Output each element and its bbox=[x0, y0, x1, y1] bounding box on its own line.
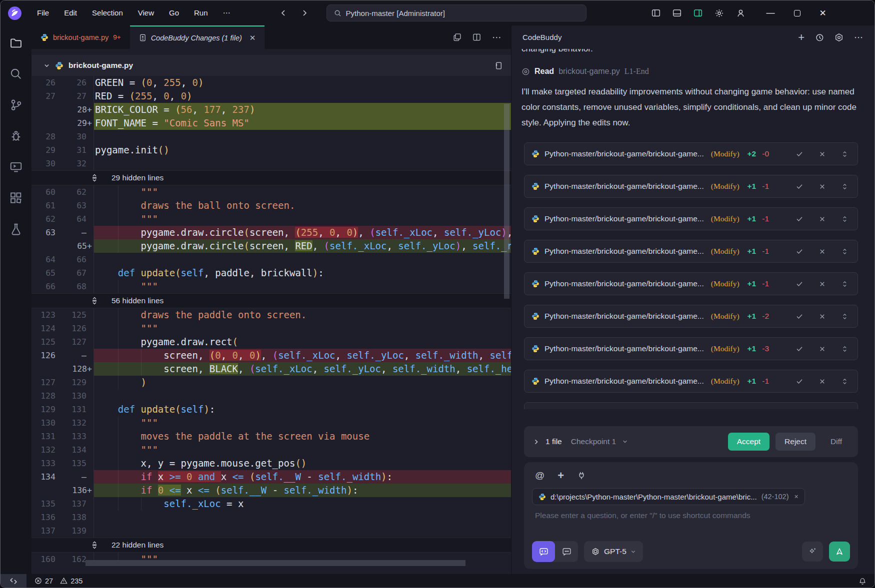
forward-icon[interactable] bbox=[300, 9, 308, 17]
reject-change-icon[interactable] bbox=[818, 345, 826, 353]
expand-collapse-icon[interactable] bbox=[841, 345, 848, 353]
enhance-prompt-button[interactable] bbox=[802, 542, 823, 562]
toggle-sidebar-left-icon[interactable] bbox=[652, 8, 660, 17]
open-changes-icon[interactable] bbox=[453, 33, 462, 41]
accept-change-icon[interactable] bbox=[796, 280, 804, 288]
panel-settings-icon[interactable] bbox=[834, 33, 844, 42]
context-file-chip[interactable]: d:\projects\Python-master\Python-master\… bbox=[532, 488, 805, 505]
modified-file-card[interactable]: Python-master/brickout-game/brickout-gam… bbox=[524, 305, 858, 328]
modified-file-card[interactable]: Python-master/brickout-game/brickout-gam… bbox=[524, 142, 858, 165]
editor-area: brickout-game.py 9+ CodeBuddy Changes (1… bbox=[32, 25, 512, 574]
problems-summary[interactable]: 27 235 bbox=[34, 577, 86, 585]
chat-mode-button[interactable] bbox=[555, 541, 578, 562]
chat-input-box[interactable]: @ + d:\projects\Python-master\Python-mas… bbox=[524, 462, 858, 569]
accept-change-icon[interactable] bbox=[796, 150, 804, 158]
input-placeholder[interactable]: Please enter a question, or enter "/" to… bbox=[532, 511, 850, 520]
mcp-plug-icon[interactable] bbox=[577, 471, 586, 480]
hidden-lines-bar[interactable]: 22 hidden lines bbox=[32, 538, 511, 553]
expand-collapse-icon[interactable] bbox=[841, 183, 848, 190]
reject-change-icon[interactable] bbox=[818, 183, 826, 190]
new-chat-icon[interactable]: + bbox=[798, 31, 804, 44]
reject-change-icon[interactable] bbox=[818, 313, 826, 320]
expand-collapse-icon[interactable] bbox=[841, 150, 848, 158]
reject-change-icon[interactable] bbox=[818, 215, 826, 223]
reject-change-icon[interactable] bbox=[818, 378, 826, 385]
reject-button[interactable]: Reject bbox=[776, 433, 816, 451]
close-window-button[interactable]: ✕ bbox=[820, 8, 826, 18]
extensions-icon[interactable] bbox=[10, 191, 22, 204]
modified-file-card[interactable]: Python-master/brickout-game/brickout-gam… bbox=[524, 240, 858, 263]
account-icon[interactable] bbox=[736, 8, 746, 18]
history-icon[interactable] bbox=[815, 33, 824, 42]
menu-view[interactable]: View bbox=[132, 6, 160, 20]
remote-indicator[interactable] bbox=[0, 574, 26, 588]
menu-file[interactable]: File bbox=[31, 6, 55, 20]
diff-button[interactable]: Diff bbox=[822, 433, 851, 451]
add-context-icon[interactable]: + bbox=[558, 469, 564, 482]
explorer-icon[interactable] bbox=[10, 36, 22, 49]
menu-selection[interactable]: Selection bbox=[86, 6, 129, 20]
open-file-icon[interactable] bbox=[494, 61, 503, 70]
model-selector[interactable]: GPT-5 bbox=[584, 541, 643, 562]
run-debug-icon[interactable] bbox=[10, 129, 22, 142]
accept-change-icon[interactable] bbox=[796, 247, 804, 255]
expand-collapse-icon[interactable] bbox=[841, 280, 848, 288]
accept-change-icon[interactable] bbox=[796, 312, 804, 320]
menu-more-icon[interactable]: ⋯ bbox=[217, 6, 238, 20]
tab-brickout-game[interactable]: brickout-game.py 9+ bbox=[32, 25, 130, 49]
chevron-down-icon[interactable] bbox=[622, 439, 628, 445]
accept-change-icon[interactable] bbox=[796, 182, 804, 190]
modified-file-card[interactable]: Python-master/brickout-game/brickout-gam… bbox=[524, 175, 858, 198]
expand-collapse-icon[interactable] bbox=[841, 215, 848, 223]
editor-vertical-scrollbar[interactable] bbox=[504, 102, 510, 552]
command-search[interactable]: Python-master [Administrator] bbox=[326, 4, 586, 21]
editor-horizontal-scrollbar[interactable] bbox=[32, 560, 511, 566]
menu-edit[interactable]: Edit bbox=[58, 6, 83, 20]
expand-collapse-icon[interactable] bbox=[841, 313, 848, 320]
notifications-bell-icon[interactable] bbox=[858, 577, 866, 585]
toggle-sidebar-right-icon[interactable] bbox=[694, 8, 702, 17]
settings-gear-icon[interactable] bbox=[714, 8, 724, 18]
modified-file-card[interactable]: Python-master/brickout-game/brickout-gam… bbox=[524, 337, 858, 360]
hidden-lines-bar[interactable]: 29 hidden lines bbox=[32, 170, 511, 185]
old-line-number: 30 bbox=[32, 157, 64, 170]
modified-file-card[interactable]: Python-master/brickout-game/brickout-gam… bbox=[524, 272, 858, 295]
more-actions-icon[interactable]: ⋯ bbox=[492, 31, 502, 43]
reject-change-icon[interactable] bbox=[818, 150, 826, 158]
diff-file-header[interactable]: brickout-game.py bbox=[32, 55, 511, 76]
back-icon[interactable] bbox=[280, 9, 288, 17]
menu-go[interactable]: Go bbox=[163, 6, 185, 20]
remote-explorer-icon[interactable] bbox=[10, 160, 22, 173]
search-sidebar-icon[interactable] bbox=[10, 67, 22, 80]
expand-collapse-icon[interactable] bbox=[841, 248, 848, 255]
toggle-panel-bottom-icon[interactable] bbox=[672, 8, 682, 17]
testing-icon[interactable] bbox=[10, 222, 22, 235]
accept-change-icon[interactable] bbox=[796, 345, 804, 353]
modified-file-card[interactable] bbox=[524, 402, 858, 409]
menu-run[interactable]: Run bbox=[188, 6, 214, 20]
accept-change-icon[interactable] bbox=[796, 377, 804, 385]
modified-file-card[interactable]: Python-master/brickout-game/brickout-gam… bbox=[524, 207, 858, 230]
read-action-row[interactable]: Read brickout-game.py L1-End bbox=[522, 67, 858, 76]
expand-collapse-icon[interactable] bbox=[841, 378, 848, 385]
split-editor-icon[interactable] bbox=[472, 33, 481, 41]
chevron-right-icon[interactable] bbox=[533, 439, 540, 445]
modified-file-card[interactable]: Python-master/brickout-game/brickout-gam… bbox=[524, 370, 858, 393]
checkpoint-name[interactable]: Checkpoint 1 bbox=[571, 437, 616, 446]
agent-mode-button[interactable] bbox=[532, 541, 555, 562]
tab-close-icon[interactable]: ✕ bbox=[250, 33, 256, 42]
new-line-number: 138 bbox=[64, 511, 94, 524]
chip-close-icon[interactable]: × bbox=[794, 493, 798, 501]
accept-change-icon[interactable] bbox=[796, 215, 804, 223]
accept-button[interactable]: Accept bbox=[728, 433, 770, 451]
reject-change-icon[interactable] bbox=[818, 280, 826, 288]
panel-more-icon[interactable]: ⋯ bbox=[854, 32, 864, 43]
source-control-icon[interactable] bbox=[10, 98, 22, 111]
tab-codebuddy-changes[interactable]: CodeBuddy Changes (1 file) ✕ bbox=[130, 25, 265, 49]
hidden-lines-bar[interactable]: 56 hidden lines bbox=[32, 293, 511, 308]
mention-icon[interactable]: @ bbox=[535, 470, 544, 481]
maximize-button[interactable] bbox=[794, 10, 800, 16]
send-button[interactable] bbox=[829, 542, 850, 562]
reject-change-icon[interactable] bbox=[818, 248, 826, 255]
minimize-button[interactable]: — bbox=[766, 8, 775, 18]
